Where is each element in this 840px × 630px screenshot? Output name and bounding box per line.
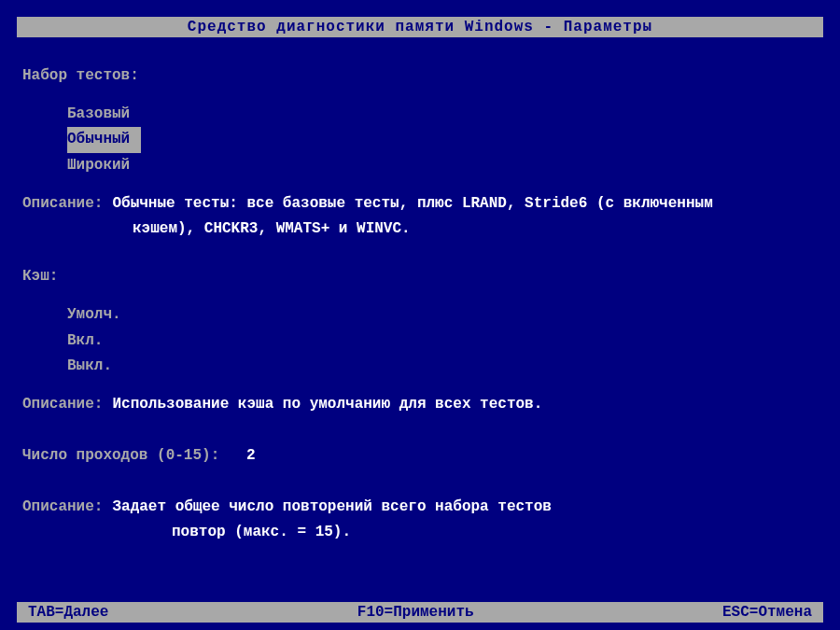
cache-option-default[interactable]: Умолч. (67, 302, 818, 328)
test-set-options: Базовый Обычный Широкий (22, 102, 818, 178)
pass-value[interactable]: 2 (246, 447, 256, 464)
test-set-label: Набор тестов: (22, 63, 818, 89)
title-bar: Средство диагностики памяти Windows - Па… (17, 17, 823, 37)
footer-f10[interactable]: F10=Применить (357, 602, 474, 623)
cache-label: Кэш: (22, 264, 818, 289)
test-desc-line2: кэшем), CHCKR3, WMATS+ и WINVC. (22, 217, 818, 242)
test-desc-label: Описание: (22, 191, 103, 217)
test-option-extended[interactable]: Широкий (67, 153, 818, 178)
cache-desc-label: Описание: (22, 392, 103, 417)
pass-label: Число проходов (0-15): (22, 447, 219, 464)
test-option-basic[interactable]: Базовый (67, 102, 818, 127)
cache-option-off[interactable]: Выкл. (67, 354, 818, 379)
pass-desc-label: Описание: (22, 495, 103, 520)
footer-tab[interactable]: TAB=Далее (28, 602, 108, 623)
pass-desc-row: Описание: Задает общее число повторений … (22, 495, 818, 520)
pass-desc-line1: Задает общее число повторений всего набо… (112, 495, 551, 520)
pass-row: Число проходов (0-15): 2 (22, 443, 818, 469)
test-desc-line1: Обычные тесты: все базовые тесты, плюс L… (112, 191, 712, 217)
footer-bar: TAB=Далее F10=Применить ESC=Отмена (17, 602, 823, 623)
cache-option-on[interactable]: Вкл. (67, 329, 818, 354)
content-area: Набор тестов: Базовый Обычный Широкий Оп… (0, 37, 840, 546)
test-desc-row: Описание: Обычные тесты: все базовые тес… (22, 191, 818, 217)
title-text: Средство диагностики памяти Windows - Па… (188, 19, 652, 35)
test-option-standard[interactable]: Обычный (67, 127, 141, 152)
cache-desc-row: Описание: Использование кэша по умолчани… (22, 392, 818, 417)
footer-esc[interactable]: ESC=Отмена (722, 602, 812, 623)
cache-desc-text: Использование кэша по умолчанию для всех… (112, 392, 542, 417)
cache-options: Умолч. Вкл. Выкл. (22, 302, 818, 379)
pass-desc-line2: повтор (макс. = 15). (22, 520, 818, 545)
